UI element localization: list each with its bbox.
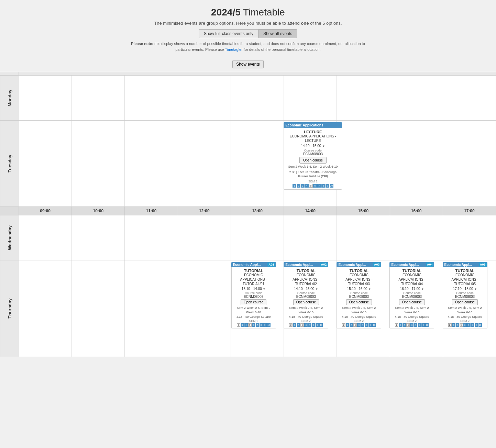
page-wrapper: 2024/5 Timetable The minimised events ar… [0, 0, 496, 448]
lecture-time: 14:10 - 15:00 ▼ [286, 144, 340, 148]
tutorial-a02-sem: Sem 2 Week 2-5, Sem 2 Week 6-10 [285, 306, 327, 314]
tutorial-a01-dropdown[interactable]: ▼ [263, 288, 266, 291]
lecture-time-dropdown[interactable]: ▼ [322, 145, 325, 148]
tutorial-a04-time: 16:10 - 17:00 ▼ [391, 287, 432, 291]
tutorial-a05-location: 4.18 - 40 George Square [444, 315, 486, 318]
tutorial-a02-location: 4.18 - 40 George Square [285, 315, 327, 318]
timetable: Monday Tuesday [0, 75, 496, 357]
day-label-tuesday: Tuesday [0, 121, 19, 206]
page-subtitle: The minimised events are group options. … [3, 21, 493, 26]
time-15: 15:00 [337, 207, 390, 215]
lecture-popup-body: LECTURE ECONOMIC APPLICATIONS - LECTURE … [284, 128, 342, 190]
time-16: 16:00 [390, 207, 443, 215]
tutorial-a05-card[interactable]: Economic Appl... A05 TUTORIAL ECONOMIC A… [443, 262, 487, 328]
tutorial-a03-cc: ECNM08003 [338, 295, 379, 299]
tutorial-a05-badge: A05 [479, 262, 487, 267]
week-selector-row [0, 72, 496, 75]
tutorial-a04-badge: A04 [426, 262, 434, 267]
tutorial-a02-dropdown[interactable]: ▼ [315, 288, 318, 291]
week-box: 3 [301, 184, 305, 188]
tutorial-a02-name: ECONOMIC APPLICATIONS - TUTORIAL/02 [285, 273, 327, 286]
day-label-monday: Monday [0, 76, 19, 120]
lecture-week-boxes: 1 2 3 4 5 6 7 8 9 10 [286, 184, 340, 188]
day-row-wednesday: Wednesday [0, 215, 496, 260]
tutorial-a01-card[interactable]: Economic Appl... A01 TUTORIAL ECONOMIC A… [231, 262, 276, 328]
tutorial-a04-location: 4.18 - 40 George Square [391, 315, 432, 318]
time-13: 13:00 [231, 207, 284, 215]
week-box: 4 [305, 184, 309, 188]
tutorial-a01-open-button[interactable]: Open course [241, 299, 266, 305]
time-10: 10:00 [72, 207, 125, 215]
monday-grid [19, 76, 496, 120]
time-17: 17:00 [443, 207, 496, 215]
lecture-name: ECONOMIC APPLICATIONS - LECTURE [286, 134, 340, 143]
lecture-location: 2.35 | Lecture Theatre - Edinburgh Futur… [286, 170, 340, 179]
tutorial-a02-week-boxes: 2 3 4 5 6 7 8 9 10 [285, 323, 327, 327]
tutorial-a05-header[interactable]: Economic Appl... A05 [443, 262, 487, 267]
tutorial-a01-cc-label: Course code [233, 291, 274, 295]
tutorial-a05-open-button[interactable]: Open course [452, 299, 478, 305]
tutorial-a02-type: TUTORIAL [285, 269, 327, 273]
day-row-tuesday: Tuesday Economic Applications [0, 120, 496, 206]
tutorial-a03-name: ECONOMIC APPLICATIONS - TUTORIAL/03 [338, 273, 379, 286]
lecture-event-popup[interactable]: Economic Applications LECTURE ECONOMIC A… [284, 122, 342, 190]
tutorial-a01-badge: A01 [267, 262, 275, 267]
time-12: 12:00 [178, 207, 231, 215]
tutorial-a05-week-boxes: 2 3 4 5 6 7 8 9 10 [444, 323, 486, 327]
tutorial-a03-sem: Sem 2 Week 2-5, Sem 2 Week 6-10 [338, 306, 379, 314]
tutorial-a04-name: ECONOMIC APPLICATIONS - TUTORIAL/04 [391, 273, 432, 286]
tuesday-cells: Economic Applications LECTURE ECONOMIC A… [19, 121, 496, 206]
wednesday-grid [19, 215, 496, 260]
tutorial-a01-type: TUTORIAL [233, 269, 274, 273]
tutorial-a03-body: TUTORIAL ECONOMIC APPLICATIONS - TUTORIA… [337, 267, 381, 328]
tutorial-a02-open-button[interactable]: Open course [293, 299, 319, 305]
tutorial-a01-sem-label: SEM 2 [233, 319, 274, 323]
tutorial-a02-card[interactable]: Economic Appl... A02 TUTORIAL ECONOMIC A… [284, 262, 328, 328]
lecture-course-code-label: Course code [286, 149, 340, 152]
week-box: 7 [317, 184, 321, 188]
tutorial-a01-location: 4.18 - 40 George Square [233, 315, 274, 318]
tutorial-a04-card[interactable]: Economic Appl... A04 TUTORIAL ECONOMIC A… [389, 262, 434, 328]
thursday-cells: Economic Appl... A01 TUTORIAL ECONOMIC A… [19, 260, 496, 357]
tutorial-a03-type: TUTORIAL [338, 269, 379, 273]
week-box: 8 [321, 184, 325, 188]
tutorial-a03-badge: A03 [373, 262, 381, 267]
tutorial-a03-header[interactable]: Economic Appl... A03 [337, 262, 381, 267]
week-box: 9 [326, 184, 329, 188]
day-row-monday: Monday [0, 75, 496, 120]
timetabler-link[interactable]: Timetagler [225, 47, 243, 52]
tutorial-a03-time: 15:10 - 16:00 ▼ [338, 287, 379, 291]
time-header-cells: 09:00 10:00 11:00 12:00 13:00 14:00 15:0… [19, 207, 496, 215]
wednesday-cells [19, 215, 496, 260]
lecture-popup-header[interactable]: Economic Applications [284, 122, 342, 128]
show-full-class-button[interactable]: Show full-class events only [199, 29, 258, 38]
page-title: 2024/5 Timetable [3, 7, 493, 18]
week-box: 5 [309, 184, 313, 188]
tutorial-a04-dropdown[interactable]: ▼ [421, 288, 424, 291]
show-all-events-button[interactable]: Show all events [258, 29, 297, 38]
tutorial-a05-time: 17:10 - 18:00 ▼ [444, 287, 486, 291]
tutorial-a04-body: TUTORIAL ECONOMIC APPLICATIONS - TUTORIA… [389, 267, 434, 328]
time-14: 14:00 [284, 207, 337, 215]
lecture-type: LECTURE [286, 130, 340, 134]
tutorial-a03-open-button[interactable]: Open course [346, 299, 372, 305]
tutorial-a03-card[interactable]: Economic Appl... A03 TUTORIAL ECONOMIC A… [337, 262, 381, 328]
day-row-thursday: Thursday Economic Appl... [0, 260, 496, 357]
lecture-open-course-button[interactable]: Open course [299, 157, 327, 164]
tutorial-a02-time: 14:10 - 15:00 ▼ [285, 287, 327, 291]
tutorial-a05-dropdown[interactable]: ▼ [474, 288, 477, 291]
tutorial-a04-open-button[interactable]: Open course [399, 299, 425, 305]
week-box: 6 [313, 184, 317, 188]
week-box: 1 [293, 184, 296, 188]
tutorial-a02-body: TUTORIAL ECONOMIC APPLICATIONS - TUTORIA… [284, 267, 328, 328]
show-events-button[interactable]: Show events [232, 60, 264, 68]
time-09: 09:00 [19, 207, 72, 215]
tutorial-a01-header[interactable]: Economic Appl... A01 [231, 262, 276, 267]
lecture-sem-label: SEM 2 [286, 180, 340, 183]
week-sel-spacer [0, 72, 19, 75]
tutorial-a03-dropdown[interactable]: ▼ [368, 288, 371, 291]
tutorial-a02-header[interactable]: Economic Appl... A02 [284, 262, 328, 267]
tutorial-a04-cc: ECNM08003 [391, 295, 432, 299]
tutorial-a04-header[interactable]: Economic Appl... A04 [389, 262, 434, 267]
tutorial-a05-cc: ECNM08003 [444, 295, 486, 299]
